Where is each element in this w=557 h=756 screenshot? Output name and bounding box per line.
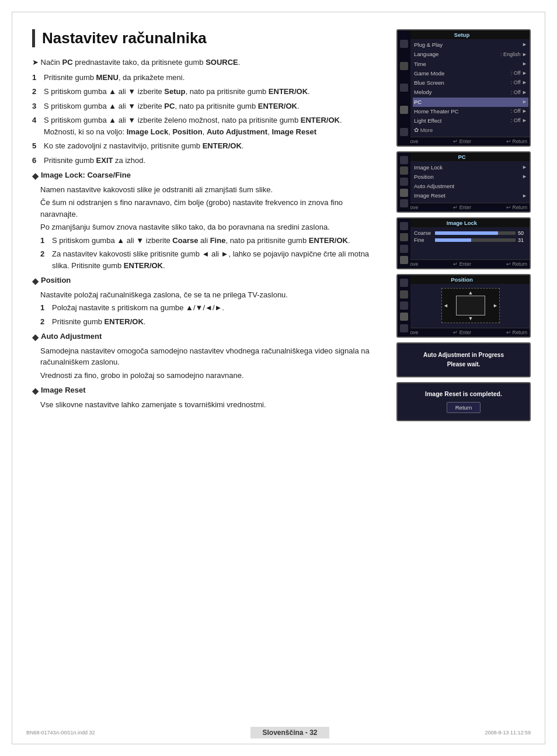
auto-adj-line2: Please wait. [402,360,525,369]
tv-screen-pc: T V PC Image Lock ► [396,151,531,213]
position-outer: ▲ ▼ ◄ ► [441,288,500,323]
position-area: ▲ ▼ ◄ ► [412,284,530,328]
bullet-image-lock: ◆ Image Lock: Coarse/Fine Namen nastavit… [32,171,379,271]
arrow-up-icon: ▲ [468,290,474,296]
il-icon-4 [400,256,408,264]
pc-icon-2 [400,167,408,175]
pos-icon-3 [400,301,408,310]
pc-item-auto-adj: Auto Adjustment [413,182,528,191]
icon-5 [400,128,408,136]
icon-4 [400,106,408,114]
footer-left: BN68-01743A-00S1n.indd 32 [26,730,95,736]
menu-item-language: Language : English ► [413,50,528,59]
menu-item-plug-play: Plug & Play ► [413,40,528,50]
il-icon-2 [400,233,408,241]
step-num: 1 [32,72,40,84]
pc-item-position: Position ► [413,172,528,182]
coarse-fill [435,231,498,235]
coarse-bar [435,231,516,235]
step-num: 5 [32,140,40,152]
tv-sidebar-pos [398,275,410,337]
pos-icon-1 [400,279,408,287]
auto-adj-line1: Auto Adjustment in Progress [402,351,525,360]
icon-2 [400,62,408,70]
arrow-down-icon: ▼ [468,315,474,321]
footer-center: Slovenščina - 32 [250,727,329,738]
auto-adjustment-box: Auto Adjustment in Progress Please wait. [396,342,531,377]
return-button[interactable]: Return [447,402,481,413]
step-4: 4 S pritiskom gumba ▲ ali ▼ izberite žel… [32,115,379,137]
step-5: 5 Ko ste zadovoljni z nastavitvijo, prit… [32,140,379,152]
il-footer: ⬆ Move ↵ Enter ↩ Return [398,259,530,268]
intro-line: ➤ Način PC prednastavite tako, da pritis… [32,57,379,68]
step-num: 3 [32,100,40,112]
icon-3 [400,84,408,92]
fine-row: Fine 31 [413,237,528,244]
coarse-row: Coarse 50 [413,230,528,237]
tv-sidebar-pc [398,152,410,211]
menu-item-game-mode: Game Mode : Off ► [413,69,528,78]
position-substeps: 1 Položaj nastavite s pritiskom na gumbe… [32,302,379,327]
coarse-value: 50 [518,230,527,236]
step-1: 1 Pritisnite gumb MENU, da prikažete men… [32,72,379,84]
menu-item-blue-screen: Blue Screen : Off ► [413,78,528,88]
position-inner [456,296,485,315]
pos-icon-2 [400,290,408,299]
menu-item-time: Time ► [413,60,528,69]
screen-il-header: Image Lock [447,220,477,226]
pos-icon-4 [400,313,408,321]
tv-sidebar-setup [398,30,410,145]
step-num: 4 [32,115,40,137]
screen-pos-header: Position [451,276,472,283]
step-2: 2 S pritiskom gumba ▲ ali ▼ izberite Set… [32,86,379,98]
footer-right: 2008-8-13 11:12:59 [485,730,531,736]
setup-footer: ⬆ Move ↵ Enter ↩ Return [398,137,530,145]
pc-icon-5 [400,199,408,207]
page-footer: BN68-01743A-00S1n.indd 32 Slovenščina - … [0,727,557,738]
bullet-auto-adjustment: ◆ Auto Adjustment Samodejna nastavitev o… [32,332,379,381]
pc-item-image-reset: Image Reset ► [413,191,528,200]
pc-icon-4 [400,189,408,197]
pos-icon-5 [400,324,408,332]
menu-item-melody: Melody : Off ► [413,88,528,97]
fine-fill [435,238,471,242]
menu-item-home-theater: Home Theater PC : Off ► [413,107,528,116]
right-column: T V Setup Plug & Play ► [396,29,531,421]
image-reset-completed-box: Image Reset is completed. Return [396,382,531,421]
bullet-image-reset: ◆ Image Reset Vse slikovne nastavitve la… [32,386,379,410]
step-6: 6 Pritisnite gumb EXIT za izhod. [32,155,379,167]
tv-sidebar-il [398,219,410,268]
il-icon-3 [400,245,408,253]
arrow-right-icon: ► [493,303,498,308]
pc-footer: ⬆ Move ↵ Enter ↩ Return [398,203,530,211]
bullet-position: ◆ Position Nastavite položaj računalnišk… [32,276,379,327]
step-3: 3 S pritiskom gumba ▲ ali ▼ izberite PC,… [32,100,379,112]
pc-item-image-lock: Image Lock ► [413,163,528,172]
image-reset-text: Image Reset is completed. [402,390,525,397]
il-items: Coarse 50 Fine 31 [412,227,530,259]
menu-item-light-effect: Light Effect : Off ► [413,116,528,126]
left-column: Nastavitev računalnika ➤ Način PC predna… [32,29,385,421]
menu-item-pc: PC ► [413,98,528,107]
tv-screen-image-lock: T V Image Lock Coarse [396,217,531,269]
il-icon-1 [400,222,408,230]
pc-menu-items: Image Lock ► Position ► Auto Adjustment … [412,161,530,203]
step-num: 2 [32,86,40,98]
page-title: Nastavitev računalnika [32,29,379,47]
pc-icon-1 [400,156,408,164]
step-list: 1 Pritisnite gumb MENU, da prikažete men… [32,72,379,167]
pos-footer: ⬆ Move ↵ Enter ↩ Return [398,328,530,337]
screen-pc-header: PC [458,154,465,160]
icon-1 [400,40,408,48]
tv-screen-position: T V Position [396,274,531,338]
fine-value: 31 [518,237,527,243]
image-lock-substeps: 1 S pritiskom gumba ▲ ali ▼ izberite Coa… [32,235,379,272]
screen-setup-header: Setup [454,32,469,38]
menu-item-more: ✿ More [413,126,528,135]
step-num: 6 [32,155,40,167]
arrow-left-icon: ◄ [443,303,448,308]
pc-icon-3 [400,178,408,186]
setup-menu-items: Plug & Play ► Language : English ► Time … [412,39,530,137]
tv-screen-setup: T V Setup Plug & Play ► [396,29,531,147]
fine-bar [435,238,516,242]
